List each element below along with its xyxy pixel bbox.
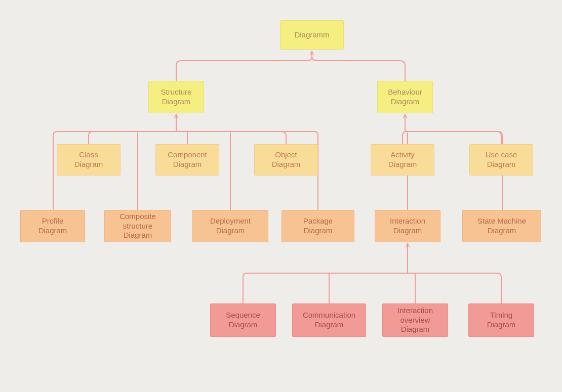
node-object-diagram: ObjectDiagram (254, 144, 318, 176)
node-label: SequenceDiagram (226, 311, 260, 330)
node-timing-diagram: TimingDiagram (468, 303, 534, 337)
node-component-diagram: ComponentDiagram (155, 144, 219, 176)
node-label: ProfileDiagram (38, 216, 67, 236)
node-label: BehaviourDiagram (388, 88, 422, 107)
node-label: State MachineDiagram (477, 216, 526, 236)
node-label: ClassDiagram (74, 150, 103, 169)
node-label: InteractionoverviewDiagram (397, 306, 433, 334)
node-label: TimingDiagram (487, 311, 516, 330)
node-usecase-diagram: Use caseDiagram (469, 144, 533, 176)
node-interaction-overview-diagram: InteractionoverviewDiagram (382, 303, 448, 337)
node-label: StructureDiagram (161, 88, 192, 107)
node-deployment-diagram: DeploymentDiagram (192, 210, 268, 242)
node-class-diagram: ClassDiagram (57, 144, 121, 176)
node-state-machine-diagram: State MachineDiagram (462, 210, 541, 242)
node-label: Use caseDiagram (486, 150, 517, 169)
node-label: ActivityDiagram (388, 150, 417, 169)
node-profile-diagram: ProfileDiagram (20, 210, 85, 242)
node-label: DeploymentDiagram (210, 216, 251, 236)
node-label: PackageDiagram (303, 216, 333, 236)
node-label: ComponentDiagram (168, 150, 207, 169)
node-label: CommunicationDiagram (303, 311, 355, 330)
node-label: ObjectDiagram (272, 150, 301, 169)
node-label: CompositestructureDiagram (119, 212, 156, 240)
node-behaviour-diagram: BehaviourDiagram (377, 81, 433, 113)
node-sequence-diagram: SequenceDiagram (210, 303, 276, 337)
node-structure-diagram: StructureDiagram (148, 81, 204, 113)
node-activity-diagram: ActivityDiagram (371, 144, 434, 176)
node-package-diagram: PackageDiagram (282, 210, 354, 242)
node-label: InteractionDiagram (390, 216, 425, 236)
node-composite-structure-diagram: CompositestructureDiagram (104, 210, 171, 242)
node-diagramm: Diagramm (280, 20, 344, 50)
node-communication-diagram: CommunicationDiagram (292, 303, 366, 337)
node-label: Diagramm (294, 30, 329, 40)
node-interaction-diagram: InteractionDiagram (375, 210, 440, 242)
